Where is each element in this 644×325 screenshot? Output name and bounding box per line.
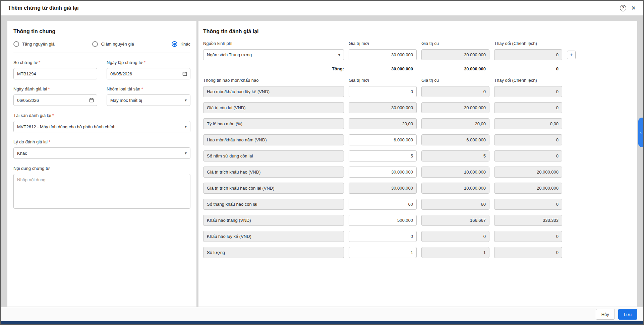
titlebar-actions: ? ✕ — [620, 5, 636, 12]
chevron-down-icon: ▾ — [338, 53, 340, 57]
depreciation-change-value-input — [494, 118, 562, 129]
reason-label: Lý do đánh giá lại* — [13, 139, 190, 144]
depreciation-change-value-input — [494, 102, 562, 113]
funding-source-select[interactable]: Ngân sách Trung ương ▾ — [203, 49, 344, 60]
column-header-change: Thay đổi (Chênh lệch) — [494, 78, 562, 83]
column-header-change: Thay đổi (Chênh lệch) — [494, 41, 562, 46]
chevron-down-icon: ▾ — [185, 151, 187, 155]
radio-icon — [92, 41, 98, 47]
depreciation-change-value-input — [494, 86, 562, 97]
total-row: Tổng: 30.000.000 30.000.000 0 — [203, 66, 632, 71]
cancel-button[interactable]: Hủy — [596, 309, 615, 320]
column-header-old: Giá trị cũ — [421, 41, 489, 46]
depreciation-old-value-input — [421, 183, 489, 194]
issue-date-label: Ngày lập chứng từ* — [107, 60, 190, 65]
depreciation-new-value-input[interactable] — [349, 199, 417, 210]
general-info-heading: Thông tin chung — [13, 28, 190, 35]
bottom-strip — [1, 321, 643, 324]
calendar-icon[interactable] — [89, 97, 94, 103]
dialog-title: Thêm chứng từ đánh giá lại — [8, 5, 79, 11]
depreciation-new-value-input[interactable] — [349, 150, 417, 161]
depreciation-header-row: Thông tin hao mòn/khấu hao Giá trị mới G… — [203, 78, 632, 83]
depreciation-old-value-input — [421, 102, 489, 113]
funding-row: Ngân sách Trung ương ▾ + — [203, 49, 632, 60]
radio-option-other[interactable]: Khác — [172, 41, 190, 47]
content-textarea[interactable] — [13, 174, 190, 209]
depreciation-new-value-input[interactable] — [349, 215, 417, 226]
depreciation-change-value-input — [494, 183, 562, 194]
depreciation-old-value-input — [421, 199, 489, 210]
content-field: Nội dung chứng từ — [13, 166, 190, 210]
depreciation-row-label: Khấu hao tháng (VND) — [203, 215, 344, 226]
column-header-source: Nguồn kinh phí — [203, 41, 344, 46]
issue-date-input[interactable] — [107, 68, 190, 79]
reason-select[interactable]: Khác ▾ — [13, 147, 190, 159]
depreciation-row-label: Giá trị trích khấu hao còn lại (VND) — [203, 183, 344, 194]
asset-select[interactable]: MVT2612 - Máy tính dùng cho bộ phận hành… — [13, 121, 190, 132]
document-number-input[interactable] — [13, 68, 97, 79]
general-info-panel: Thông tin chung Tăng nguyên giá Giảm ngu… — [7, 21, 196, 307]
depreciation-change-value-input — [494, 215, 562, 226]
depreciation-new-value-input[interactable] — [349, 231, 417, 242]
chevron-down-icon: ▾ — [185, 124, 187, 129]
depreciation-row: Hao mòn/khấu hao lũy kế (VND) — [203, 86, 632, 97]
radio-icon — [13, 41, 19, 47]
depreciation-row: Khấu hao tháng (VND) — [203, 215, 632, 226]
column-header-new: Giá trị mới — [349, 41, 417, 46]
depreciation-change-value-input — [494, 134, 562, 145]
depreciation-new-value-input[interactable] — [349, 134, 417, 145]
depreciation-old-value-input — [421, 134, 489, 145]
price-change-radio-group: Tăng nguyên giá Giảm nguyên giá Khác — [13, 41, 190, 53]
asset-group-select[interactable]: Máy móc thiết bị ▾ — [107, 94, 190, 106]
depreciation-row-label: Tỷ lệ hao mòn (%) — [203, 118, 344, 129]
depreciation-new-value-input[interactable] — [349, 167, 417, 178]
revaluation-info-panel: Thông tin đánh giá lại Nguồn kinh phí Gi… — [198, 21, 637, 307]
general-fields: Số chứng từ* Ngày lập chứng từ* Ngày đán… — [13, 60, 190, 210]
help-icon[interactable]: ? — [620, 5, 626, 11]
depreciation-new-value-input[interactable] — [349, 86, 417, 97]
content-label: Nội dung chứng từ — [13, 166, 190, 171]
depreciation-row-label: Số năm sử dụng còn lại — [203, 150, 344, 161]
add-funding-source-button[interactable]: + — [567, 51, 576, 59]
depreciation-row: Số năm sử dụng còn lại — [203, 150, 632, 161]
depreciation-row: Số tháng khấu hao còn lại — [203, 199, 632, 210]
depreciation-change-value-input — [494, 199, 562, 210]
close-icon[interactable]: ✕ — [631, 5, 636, 12]
funding-old-value-input — [421, 49, 489, 60]
revaluation-date-field: Ngày đánh giá lại* — [13, 86, 97, 106]
document-number-field: Số chứng từ* — [13, 60, 97, 79]
depreciation-row-label: Hao mòn/khấu hao lũy kế (VND) — [203, 86, 344, 97]
radio-option-decrease[interactable]: Giảm nguyên giá — [92, 41, 134, 47]
depreciation-new-value-input[interactable] — [349, 247, 417, 258]
depreciation-change-value-input — [494, 247, 562, 258]
depreciation-row: Giá trị trích khấu hao (VND) — [203, 167, 632, 178]
depreciation-section-heading: Thông tin hao mòn/khấu hao — [203, 78, 344, 83]
radio-icon — [172, 41, 177, 47]
funding-new-value-input[interactable] — [349, 49, 417, 60]
depreciation-old-value-input — [421, 118, 489, 129]
total-label: Tổng: — [203, 66, 344, 71]
depreciation-row-label: Số tháng khấu hao còn lại — [203, 199, 344, 210]
radio-option-increase[interactable]: Tăng nguyên giá — [13, 41, 55, 47]
depreciation-new-value-input — [349, 183, 417, 194]
revaluation-date-label: Ngày đánh giá lại* — [13, 86, 97, 91]
dialog-content: Thông tin chung Tăng nguyên giá Giảm ngu… — [7, 21, 637, 307]
dialog-titlebar: Thêm chứng từ đánh giá lại ? ✕ — [1, 1, 643, 15]
funding-header-row: Nguồn kinh phí Giá trị mới Giá trị cũ Th… — [203, 41, 632, 46]
depreciation-row-label: Số lượng — [203, 247, 344, 258]
asset-label: Tài sản đánh giá lại* — [13, 113, 190, 118]
collapse-panel-tab[interactable]: ‹ — [638, 118, 643, 147]
depreciation-row-label: Hao mòn/khấu hao năm (VND) — [203, 134, 344, 145]
depreciation-old-value-input — [421, 247, 489, 258]
save-button[interactable]: Lưu — [618, 309, 637, 320]
depreciation-old-value-input — [421, 150, 489, 161]
calendar-icon[interactable] — [182, 71, 187, 76]
revaluation-dialog: Thêm chứng từ đánh giá lại ? ✕ Thông tin… — [0, 0, 644, 325]
depreciation-row: Tỷ lệ hao mòn (%) — [203, 118, 632, 129]
dialog-footer: Hủy Lưu — [1, 307, 643, 321]
depreciation-row-label: Giá trị còn lại (VND) — [203, 102, 344, 113]
total-old-value: 30.000.000 — [421, 66, 489, 71]
revaluation-date-input[interactable] — [13, 94, 97, 106]
asset-field: Tài sản đánh giá lại* MVT2612 - Máy tính… — [13, 113, 190, 132]
column-header-old: Giá trị cũ — [421, 78, 489, 83]
